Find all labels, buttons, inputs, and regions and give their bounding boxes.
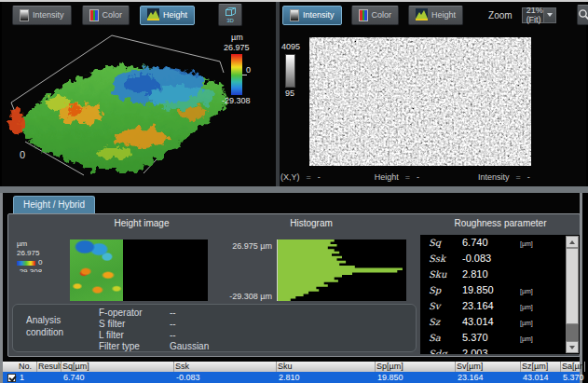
height-button-label: Height bbox=[163, 10, 187, 20]
param-name: Sq bbox=[429, 238, 462, 248]
z-scale-zero-tick bbox=[242, 75, 247, 75]
app-window: Intensity Color Height 3D bbox=[0, 0, 588, 383]
intensity-image bbox=[309, 37, 531, 166]
histogram-max-label: 26.975 µm bbox=[207, 241, 272, 251]
cursor-status-bar: (X,Y) = - Height = - Intensity = - bbox=[280, 168, 586, 186]
header-spacer bbox=[3, 362, 18, 372]
header-sa[interactable]: Sa[µm] bbox=[561, 362, 585, 372]
zoom-label: Zoom bbox=[488, 10, 513, 21]
result-row-selected[interactable]: 1 6.740 -0.083 2.810 19.850 23.164 43.01… bbox=[3, 372, 580, 383]
height-button-right[interactable]: Height bbox=[408, 6, 463, 25]
analysis-condition-label: Analysis condition bbox=[26, 314, 80, 338]
param-name: Sdq bbox=[429, 349, 462, 354]
gray-scale-bar bbox=[285, 54, 295, 88]
scrollbar-down-button[interactable] bbox=[566, 341, 579, 353]
analysis-row: Filter typeGaussian bbox=[99, 341, 209, 352]
color-icon bbox=[359, 9, 368, 21]
condition-name: S filter bbox=[99, 319, 170, 330]
intensity-button-label: Intensity bbox=[303, 10, 335, 20]
3d-button-label: 3D bbox=[226, 18, 234, 23]
analysis-area: Height / Hybrid Height image Histogram R… bbox=[0, 193, 582, 362]
intensity-status-label: Intensity bbox=[478, 172, 510, 182]
condition-value: -- bbox=[170, 319, 209, 330]
intensity-image-view[interactable]: 4095 95 bbox=[280, 28, 586, 168]
roughness-title: Roughness parameter bbox=[431, 218, 570, 228]
magnifier-button[interactable] bbox=[577, 5, 588, 25]
arrow-down-icon bbox=[569, 346, 575, 349]
condition-name: Filter type bbox=[99, 341, 170, 352]
z-scale-min: -29.308 bbox=[222, 96, 251, 105]
header-no[interactable]: No. bbox=[18, 362, 37, 372]
scrollbar-thumb[interactable] bbox=[566, 248, 579, 324]
row-sku: 2.810 bbox=[277, 372, 376, 383]
height-image-legend-min: -29.308 bbox=[17, 267, 42, 272]
header-ssk[interactable]: Ssk bbox=[174, 362, 277, 372]
intensity-equals: = bbox=[516, 172, 521, 182]
z-scale-max: 26.975 bbox=[224, 43, 250, 52]
header-result[interactable]: Result bbox=[37, 362, 62, 372]
param-unit: [µm] bbox=[520, 240, 564, 247]
roughness-parameter-list: Sq6.740[µm] Ssk-0.083 Sku2.810 Sp19.850[… bbox=[420, 235, 580, 354]
scrollbar-up-button[interactable] bbox=[566, 236, 579, 248]
height-button[interactable]: Height bbox=[140, 6, 195, 25]
header-sp[interactable]: Sp[µm] bbox=[376, 362, 456, 372]
panel-intensity-view: Intensity Color Height Zoom 21%(Fit) bbox=[280, 2, 586, 186]
histogram-shape bbox=[278, 239, 403, 301]
color-button-label: Color bbox=[372, 10, 392, 20]
condition-value: Gaussian bbox=[170, 341, 209, 352]
height-image-legend: µm 26.975 0 -29.308 bbox=[17, 239, 42, 272]
condition-name: F-operator bbox=[99, 308, 170, 319]
zoom-select-arrow-button[interactable] bbox=[543, 8, 555, 22]
roughness-row: Sp19.850[µm] bbox=[420, 284, 564, 300]
roughness-scrollbar[interactable] bbox=[566, 236, 579, 353]
condition-value: -- bbox=[170, 308, 209, 319]
3d-view-button[interactable]: 3D bbox=[218, 4, 242, 26]
surface-3d-view[interactable]: µm 26.975 0 -29.308 0 bbox=[2, 28, 276, 186]
header-sku[interactable]: Sku bbox=[277, 362, 376, 372]
height-image-legend-max: 26.975 bbox=[17, 249, 42, 258]
height-image-box[interactable] bbox=[70, 239, 208, 301]
header-sq[interactable]: Sq[µm] bbox=[62, 362, 174, 372]
tab-height-hybrid[interactable]: Height / Hybrid bbox=[13, 196, 95, 213]
analysis-row: L filter-- bbox=[99, 330, 209, 341]
intensity-button[interactable]: Intensity bbox=[12, 6, 72, 25]
gray-scale-max: 4095 bbox=[281, 42, 300, 51]
intensity-icon bbox=[20, 9, 29, 21]
height-button-label: Height bbox=[431, 10, 456, 20]
analysis-row: S filter-- bbox=[99, 319, 209, 330]
row-no: 1 bbox=[18, 372, 37, 383]
header-sz[interactable]: Sz[µm] bbox=[521, 362, 561, 372]
height-icon bbox=[416, 8, 428, 22]
param-value: 5.370 bbox=[462, 332, 520, 343]
roughness-row: Sdq2.003 bbox=[420, 348, 564, 354]
row-sa: 5.370 bbox=[561, 372, 585, 383]
histogram-min-label: -29.308 µm bbox=[207, 292, 272, 301]
right-toolbar: Intensity Color Height Zoom 21%(Fit) bbox=[280, 2, 586, 28]
cube-icon bbox=[226, 7, 236, 17]
header-sv[interactable]: Sv[µm] bbox=[456, 362, 521, 372]
param-name: Ssk bbox=[429, 253, 462, 264]
param-value: 2.810 bbox=[462, 268, 520, 280]
condition-name: L filter bbox=[99, 330, 170, 341]
height-image-legend-zero: 0 bbox=[38, 258, 42, 267]
intensity-button-right[interactable]: Intensity bbox=[282, 6, 342, 25]
zoom-select[interactable]: 21%(Fit) bbox=[522, 7, 556, 23]
roughness-row: Sku2.810 bbox=[420, 268, 564, 284]
height-image-map bbox=[70, 239, 123, 301]
intensity-button-label: Intensity bbox=[33, 10, 64, 20]
zoom-select-value: 21%(Fit) bbox=[523, 6, 543, 24]
analysis-condition-box: Analysis condition F-operator-- S filter… bbox=[12, 304, 417, 352]
row-result bbox=[37, 372, 62, 383]
histogram-box bbox=[277, 239, 406, 301]
color-button[interactable]: Color bbox=[82, 6, 130, 25]
left-toolbar: Intensity Color Height 3D bbox=[2, 2, 276, 28]
z-scale-unit: µm bbox=[231, 33, 243, 42]
row-sq: 6.740 bbox=[62, 372, 174, 383]
row-checkbox-checked[interactable] bbox=[7, 374, 16, 382]
row-sz: 43.014 bbox=[521, 372, 561, 383]
analysis-content-panel: Height image Histogram Roughness paramet… bbox=[7, 213, 581, 357]
row-ssk: -0.083 bbox=[174, 372, 277, 383]
color-button-right[interactable]: Color bbox=[351, 6, 400, 25]
gray-scale-min: 95 bbox=[285, 89, 294, 98]
xy-equals: = bbox=[307, 172, 311, 182]
